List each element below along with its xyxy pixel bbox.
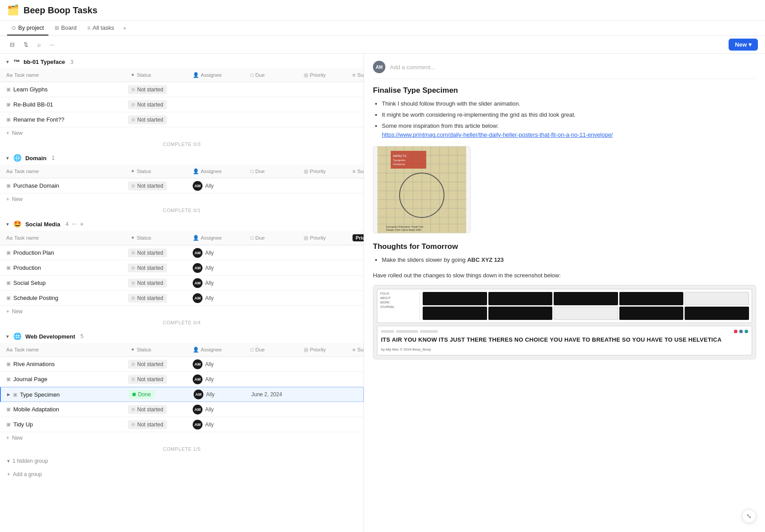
filter-button[interactable]: ⊟ [7, 39, 17, 50]
priority-label: Priority [310, 72, 326, 78]
assignee-cell [190, 103, 248, 106]
group-webdev-icon: 🌐 [13, 332, 22, 340]
status-label-d: Status [137, 169, 151, 174]
table-row[interactable]: ▣Re-Build BB-01 Not started [0, 97, 364, 112]
tab-board[interactable]: ⊞ Board [50, 21, 81, 35]
group-domain-toggle[interactable]: ▼ [5, 156, 10, 161]
col-task-name-s: AaTask name [4, 233, 128, 243]
assignee-cell: AMAlly [190, 403, 248, 416]
table-row[interactable]: ▣Mobile Adaptation Not started AMAlly [0, 402, 364, 417]
body-text: Have rolled out the changes to slow thin… [373, 271, 756, 280]
col-status-s: ✦Status [128, 233, 190, 243]
add-new-social[interactable]: + New [0, 306, 364, 317]
due-icon: □ [250, 72, 254, 78]
due-label-d: Due [255, 169, 265, 174]
task-item-icon: ▣ [6, 102, 11, 107]
status-cell: Not started [128, 248, 190, 257]
col-priority-w: ◎Priority [301, 345, 350, 355]
task-item-icon: ▣ [6, 295, 11, 301]
app-title: Beep Boop Tasks [24, 5, 97, 16]
add-icon: + [6, 308, 9, 315]
more-options-button[interactable]: ··· [47, 39, 57, 50]
table-row[interactable]: ▣Rive Animations Not started AMAlly [0, 357, 364, 372]
tab-all-tasks-label: All tasks [93, 24, 114, 31]
table-row[interactable]: ▣Tidy Up Not started AMAlly [0, 417, 364, 432]
table-row[interactable]: ▣Journal Page Not started AMAlly [0, 372, 364, 387]
tab-by-project[interactable]: ⊙ By project [7, 21, 48, 35]
add-group-button[interactable]: + Add a group [0, 468, 364, 481]
add-new-domain[interactable]: + New [0, 193, 364, 205]
right-panel: AM Add a comment... Finalise Type Specim… [364, 54, 765, 532]
assignee-label: Assignee [201, 72, 222, 78]
shapes-grid [423, 292, 749, 320]
poster-bar [381, 330, 748, 333]
new-button[interactable]: New ▾ [729, 39, 758, 51]
table-header-typeface: Aa Task name ✦ Status 👤 Assignee □ Due ◎… [0, 68, 364, 82]
task-name-label-d: Task name [14, 169, 39, 174]
task-name-cell: ▣Tidy Up [4, 418, 128, 430]
priority-icon-w: ◎ [304, 347, 308, 353]
summary-label-d: Summary [357, 169, 364, 174]
due-icon-s: □ [250, 235, 254, 240]
assignee-icon-d: 👤 [193, 168, 199, 174]
poster-image: IMPACTS Typografie Gestaltung European E… [373, 146, 471, 233]
add-new-webdev[interactable]: + New [0, 432, 364, 444]
add-icon: + [6, 130, 9, 136]
priority-label-d: Priority [310, 169, 326, 174]
svg-text:Design: Felix Cairns  Basel 19: Design: Felix Cairns Basel 1966 [386, 229, 421, 231]
comment-input[interactable]: Add a comment... [390, 64, 435, 71]
svg-text:European Education Trade Fair: European Education Trade Fair [386, 225, 423, 228]
group-typeface-name: bb-01 Typeface [24, 59, 65, 65]
search-button[interactable]: ⌕ [35, 39, 44, 50]
svg-text:IMPACTS: IMPACTS [393, 154, 407, 158]
table-row[interactable]: ▣Social Setup Not started AMAlly [0, 276, 364, 291]
col-task-name: Aa Task name [4, 70, 128, 80]
table-row[interactable]: ▣Schedule Posting Not started AMAlly [0, 291, 364, 306]
table-row[interactable]: ▣Production Plan Not started AMAlly [0, 245, 364, 260]
table-header-social: AaTask name ✦Status 👤Assignee □Due ◎Prio… [0, 231, 364, 245]
status-cell: Not started [128, 375, 190, 384]
nav-item: FOLIO [380, 292, 417, 295]
status-label-w: Status [137, 347, 151, 352]
resize-handle[interactable]: ⤡ [742, 509, 756, 523]
task-name-text: Journal Page [13, 376, 48, 382]
shape-block [619, 307, 684, 320]
assignee-cell: AMAlly [191, 388, 249, 401]
hidden-group[interactable]: ▾ 1 hidden group [0, 454, 364, 468]
task-name-icon-d: Aa [6, 169, 12, 174]
group-social-add[interactable]: + [80, 221, 83, 228]
add-view-button[interactable]: + [120, 21, 129, 35]
due-cell [248, 296, 301, 300]
group-social-more[interactable]: ··· [72, 221, 76, 227]
status-badge: Not started [128, 85, 167, 94]
task-item-icon: ▣ [6, 265, 11, 271]
table-row[interactable]: ▣Rename the Font?? Not started [0, 112, 364, 127]
group-social-toggle[interactable]: ▼ [5, 222, 10, 227]
toolbar-left: ⊟ ⇅ ⌕ ··· [7, 39, 57, 50]
table-row[interactable]: ▣Purchase Domain Not started AMAlly [0, 178, 364, 193]
col-status-d: ✦Status [128, 166, 190, 176]
table-row[interactable]: ▣Production Not started AMAlly [0, 260, 364, 276]
group-typeface-count: 3 [71, 59, 74, 65]
priority-icon-d: ◎ [304, 168, 308, 174]
col-priority-d: ◎Priority [301, 166, 350, 176]
group-domain-icon: 🌐 [13, 154, 22, 162]
sort-button[interactable]: ⇅ [21, 39, 31, 50]
bold-code: ABC XYZ 123 [467, 256, 503, 263]
table-row[interactable]: ▣Learn Glyphs Not started [0, 82, 364, 97]
table-row-type-specimen[interactable]: ▶ ▣ Type Specimen Done AMAlly June 2, 20… [0, 387, 364, 402]
screenshot-bottom: ITS AIR YOU KNOW ITS JUST THERE THERES N… [377, 326, 752, 355]
priority-label-s: Priority [310, 235, 326, 240]
bullet-list-1: Think I should follow through with the s… [373, 99, 756, 140]
col-assignee-w: 👤Assignee [190, 345, 248, 355]
shape-block [423, 307, 487, 320]
comment-header: AM Add a comment... [373, 61, 756, 79]
avatar: AM [193, 374, 202, 384]
group-webdev-toggle[interactable]: ▼ [5, 334, 10, 339]
article-link[interactable]: https://www.printmag.com/daily-heller/th… [382, 131, 613, 138]
tab-all-tasks[interactable]: ≡ All tasks [83, 21, 119, 35]
add-new-typeface[interactable]: + New [0, 127, 364, 139]
group-typeface-toggle[interactable]: ▼ [5, 59, 10, 64]
status-cell: Not started [128, 279, 190, 288]
assignee-cell: AMAlly [190, 261, 248, 275]
